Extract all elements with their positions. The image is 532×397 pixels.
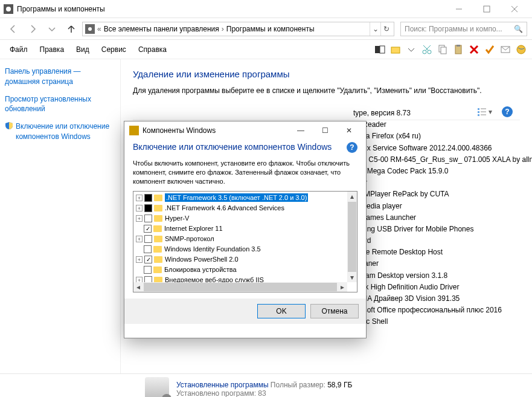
hscroll-thumb[interactable] (144, 283, 337, 291)
feature-item[interactable]: Internet Explorer 11 (133, 224, 347, 234)
scroll-right-icon[interactable]: ▸ (338, 282, 347, 292)
close-button[interactable] (501, 0, 528, 18)
tool-paste-icon[interactable] (452, 44, 464, 56)
features-tree[interactable]: +.NET Framework 3.5 (включает .NET 2.0 и… (133, 191, 357, 292)
sidebar-link-home[interactable]: Панель управления — домашняя страница (5, 66, 115, 87)
program-item[interactable]: msung USB Driver for Mobile Phones (351, 224, 532, 235)
expand-icon[interactable]: + (136, 236, 143, 242)
tool-copy-icon[interactable] (437, 44, 449, 56)
feature-item[interactable]: +Hyper-V (133, 213, 347, 224)
feature-item[interactable]: Блокировка устройства (133, 265, 347, 275)
breadcrumb-parent[interactable]: Все элементы панели управления (104, 25, 219, 33)
minimize-button[interactable] (445, 0, 473, 18)
address-dropdown[interactable]: ⌄ (370, 22, 380, 36)
menu-edit[interactable]: Правка (35, 43, 69, 56)
expand-icon[interactable]: + (136, 205, 143, 211)
feature-checkbox[interactable] (144, 194, 152, 202)
dialog-close-button[interactable]: ✕ (337, 121, 361, 140)
program-item[interactable]: ozilla Firefox (x64 ru) (351, 131, 532, 142)
tool-delete-icon[interactable] (468, 44, 480, 56)
svg-rect-14 (457, 45, 460, 47)
dialog-maximize-button[interactable]: ☐ (313, 121, 337, 140)
program-item[interactable]: oenix Service Software 2012.24.000.48366 (351, 143, 532, 154)
folder-icon (154, 256, 162, 263)
tree-vscrollbar[interactable]: ▴ ▾ (347, 192, 357, 282)
program-item[interactable]: nmy (351, 177, 532, 189)
menu-help[interactable]: Справка (133, 43, 171, 56)
up-button[interactable] (63, 21, 80, 37)
folder-icon (154, 236, 162, 242)
ok-button[interactable]: OK (257, 304, 306, 318)
menu-file[interactable]: Файл (5, 43, 33, 56)
feature-checkbox[interactable] (144, 256, 152, 263)
forward-button[interactable] (24, 21, 41, 37)
tool-cut-icon[interactable] (421, 44, 433, 56)
program-item[interactable]: Lite Mega Codec Pack 15.9.0 (351, 166, 532, 177)
feature-item[interactable]: +.NET Framework 3.5 (включает .NET 2.0 и… (133, 193, 347, 203)
dialog-minimize-button[interactable]: — (289, 121, 313, 140)
tool-chevron-down-icon[interactable] (405, 44, 417, 56)
scroll-thumb[interactable] (348, 202, 356, 272)
back-button[interactable] (5, 21, 22, 37)
program-item[interactable]: okia C5-00 RM-645_Gr_Rus_sw_ 071.005 XAL… (351, 154, 532, 166)
feature-item[interactable]: Windows Identity Foundation 3.5 (133, 244, 347, 254)
scroll-up-icon[interactable]: ▴ (347, 192, 357, 201)
expand-icon[interactable]: + (136, 256, 143, 263)
feature-label: .NET Framework 3.5 (включает .NET 2.0 и … (165, 193, 308, 202)
program-item[interactable]: xit Reader (351, 119, 532, 131)
program-item[interactable]: e KMPlayer RePack by CUTA (351, 189, 532, 200)
breadcrumb-current[interactable]: Программы и компоненты (226, 25, 315, 33)
feature-item[interactable]: +.NET Framework 4.6 Advanced Services (133, 203, 347, 213)
recent-dropdown[interactable] (43, 21, 60, 37)
feature-checkbox[interactable] (144, 215, 152, 222)
menu-view[interactable]: Вид (71, 43, 94, 56)
program-item[interactable]: altek High Definition Audio Driver (351, 282, 532, 293)
program-item[interactable]: rome Remote Desktop Host (351, 247, 532, 258)
program-item[interactable]: VIDIA Драйвер 3D Vision 391.35 (351, 293, 532, 305)
program-item[interactable]: ic Games Launcher (351, 212, 532, 224)
svg-point-8 (428, 50, 431, 54)
maximize-button[interactable] (473, 0, 501, 18)
program-item[interactable]: assic Shell (351, 316, 532, 328)
search-input[interactable]: Поиск: Программы и компо... 🔍 (400, 22, 527, 36)
programs-icon (145, 377, 169, 398)
menu-service[interactable]: Сервис (97, 43, 131, 56)
program-item[interactable]: Cleaner (351, 258, 532, 270)
sidebar-link-updates[interactable]: Просмотр установленных обновлений (5, 94, 115, 115)
tool-check-icon[interactable] (484, 44, 496, 56)
feature-checkbox[interactable] (144, 245, 152, 253)
refresh-button[interactable]: ↻ (380, 22, 391, 36)
scroll-down-icon[interactable]: ▾ (347, 273, 357, 282)
scroll-left-icon[interactable]: ◂ (133, 282, 143, 292)
feature-label: SNMP-протокол (165, 235, 214, 242)
sidebar-link-features[interactable]: Включение или отключение компонентов Win… (16, 121, 115, 142)
expand-icon[interactable]: + (136, 195, 143, 201)
expand-icon[interactable]: + (136, 215, 143, 222)
program-item[interactable]: scord (351, 235, 532, 247)
tool-toggle-icon[interactable] (374, 44, 386, 56)
program-item[interactable]: type, версия 8.73 (351, 108, 532, 119)
window-titlebar: Программы и компоненты (0, 0, 532, 18)
feature-label: Internet Explorer 11 (164, 225, 223, 232)
feature-label: Windows PowerShell 2.0 (165, 256, 239, 263)
program-item[interactable]: legram Desktop version 3.1.8 (351, 270, 532, 282)
address-bar[interactable]: « Все элементы панели управления › Прогр… (82, 22, 394, 36)
feature-item[interactable]: +SNMP-протокол (133, 234, 347, 244)
feature-checkbox[interactable] (144, 204, 152, 212)
feature-checkbox[interactable] (144, 225, 152, 233)
details-size-value: 58,9 ГБ (327, 381, 352, 389)
tool-globe-icon[interactable] (515, 44, 527, 56)
tree-hscrollbar[interactable]: ◂ ▸ (133, 282, 347, 292)
dialog-titlebar: Компоненты Windows — ☐ ✕ (124, 121, 366, 140)
dialog-help-button[interactable]: ? (347, 142, 357, 153)
program-item[interactable]: crosoft Office профессиональный плюс 201… (351, 305, 532, 316)
program-item[interactable]: C media player (351, 201, 532, 212)
tool-folder-icon[interactable] (389, 44, 402, 56)
cancel-button[interactable]: Отмена (310, 304, 359, 318)
details-size-label: Полный размер: (271, 381, 325, 389)
feature-checkbox[interactable] (144, 235, 152, 243)
tool-mail-icon[interactable] (499, 44, 511, 56)
programs-list[interactable]: type, версия 8.73xit Readerozilla Firefo… (351, 108, 532, 328)
feature-item[interactable]: +Windows PowerShell 2.0 (133, 254, 347, 265)
feature-checkbox[interactable] (144, 266, 152, 274)
